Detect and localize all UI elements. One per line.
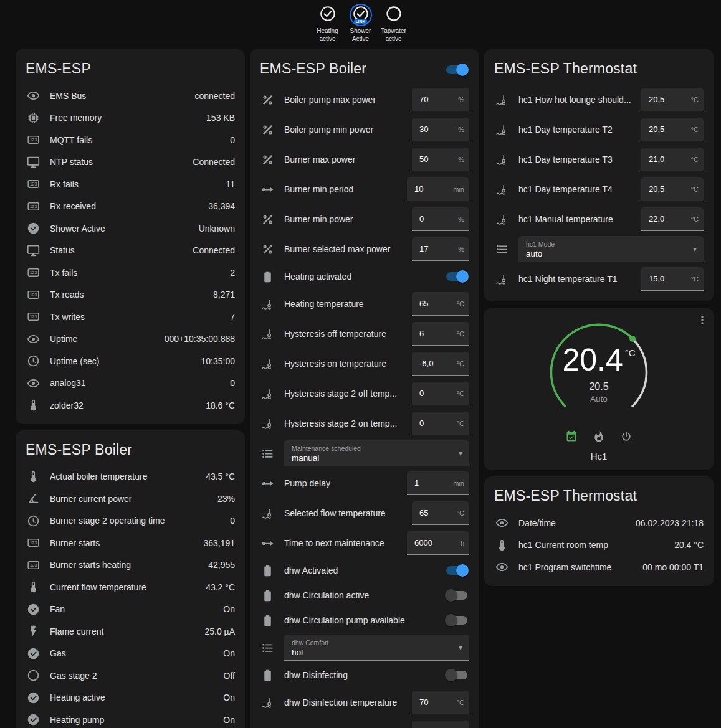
entity-row-rx-fails[interactable]: 123Rx fails11 xyxy=(26,173,235,196)
number-input-hc1-manual-temperature[interactable]: 22,0°C xyxy=(641,207,704,231)
entity-value: 00 mo 00:00 T1 xyxy=(642,562,704,572)
number-input-hc1-day-temperature-t4[interactable]: 20,5°C xyxy=(641,177,704,201)
entity-row-heating-active[interactable]: Heating activeOn xyxy=(26,687,235,709)
entity-row-gas-stage-2[interactable]: Gas stage 2Off xyxy=(26,664,235,687)
select-maintenance-scheduled[interactable]: Maintenance scheduledmanual▾ xyxy=(284,440,469,466)
number-input-burner-selected-max-power[interactable]: 17% xyxy=(412,237,469,261)
entity-name: Actual boiler temperature xyxy=(50,471,196,481)
select-hc1-mode[interactable]: hc1 Modeauto▾ xyxy=(518,236,704,262)
toggle-dhw-activated[interactable] xyxy=(446,566,467,575)
entity-name: dhw Disinfection temperature xyxy=(284,697,403,707)
entity-row-gas[interactable]: GasOn xyxy=(26,643,235,665)
entity-name: hc1 Manual temperature xyxy=(518,214,632,224)
entity-row-burner-starts[interactable]: 123Burner starts363,191 xyxy=(26,532,235,554)
entity-name: hc1 Night temperature T1 xyxy=(518,274,632,284)
entity-row-tx-fails[interactable]: 123Tx fails2 xyxy=(26,262,235,284)
entity-value: On xyxy=(223,693,235,702)
mode-calendar-check-button[interactable] xyxy=(565,430,578,445)
number-input-hysteresis-on-temperature[interactable]: -6,0°C xyxy=(412,352,469,376)
number-input-hc1-night-temperature-t1[interactable]: 15,0°C xyxy=(641,267,704,291)
number-unit: min xyxy=(453,186,464,193)
mode-fire-button[interactable] xyxy=(593,430,605,445)
number-input-hc1-day-temperature-t2[interactable]: 20,5°C xyxy=(641,118,704,141)
number-input-hc1-how-hot-lounge-should[interactable]: 20,5°C xyxy=(641,88,704,111)
toggle-heating-activated[interactable] xyxy=(446,272,467,281)
counter-icon: 123 xyxy=(26,557,41,572)
number-input-boiler-pump-min-power[interactable]: 30% xyxy=(412,118,469,141)
card-title: EMS-ESP Boiler xyxy=(260,54,366,85)
number-input-burner-min-period[interactable]: 10min xyxy=(407,177,469,201)
entity-row-burner-current-power[interactable]: Burner current power23% xyxy=(26,488,235,510)
entity-row-hc1-program-switchtime[interactable]: hc1 Program switchtime00 mo 00:00 T1 xyxy=(494,556,704,579)
more-options-icon[interactable] xyxy=(696,314,709,329)
entity-name: Tx reads xyxy=(50,290,204,300)
entity-name: Heating pump xyxy=(50,715,214,725)
entity-name: Gas xyxy=(50,648,214,658)
number-input-hysteresis-stage-2-off-temp[interactable]: 0°C xyxy=(412,382,469,405)
entity-row-hc1-current-room-temp[interactable]: hc1 Current room temp20.4 °C xyxy=(494,534,704,557)
counter-icon: 123 xyxy=(26,536,41,551)
entity-row-fan[interactable]: FanOn xyxy=(26,598,235,621)
entity-name: hc1 Day temperature T2 xyxy=(518,125,632,135)
entity-row-burner-stage-2-operating-time[interactable]: Burner stage 2 operating time0 xyxy=(26,510,235,532)
entity-row-rx-received[interactable]: 123Rx received36,394 xyxy=(26,196,235,218)
entity-row-status[interactable]: StatusConnected xyxy=(26,240,235,262)
number-input-boiler-pump-max-power[interactable]: 70% xyxy=(412,88,469,111)
entity-row-tx-writes[interactable]: 123Tx writes7 xyxy=(26,306,235,328)
glance-item-shower-active[interactable]: LINKShowerActive xyxy=(346,5,376,43)
entity-row-analog31[interactable]: analog310 xyxy=(26,372,235,395)
entity-row-flame-current[interactable]: Flame current25.0 µA xyxy=(26,620,235,643)
boiler-enabled-toggle[interactable] xyxy=(446,65,467,74)
eye-icon xyxy=(26,88,41,103)
entity-row-actual-boiler-temperature[interactable]: Actual boiler temperature43.5 °C xyxy=(26,466,235,488)
entity-name: Selected flow temperature xyxy=(284,508,403,518)
entity-row-ems-bus[interactable]: EMS Busconnected xyxy=(26,85,235,107)
thermostat-dial[interactable]: 20.4°C 20.5 Auto xyxy=(543,316,655,428)
entity-row-burner-starts-heating[interactable]: 123Burner starts heating42,955 xyxy=(26,554,235,577)
number-input-burner-min-power[interactable]: 0% xyxy=(412,207,469,231)
number-input-time-to-next-maintenance[interactable]: 6000h xyxy=(407,531,469,555)
number-input-hysteresis-stage-2-on-temp[interactable]: 0°C xyxy=(412,412,469,435)
entity-row-zolder32[interactable]: zolder3218.6 °C xyxy=(26,394,235,417)
select-dhw-comfort[interactable]: dhw Comforthot▾ xyxy=(284,635,469,661)
number-input-dhw-disinfection-temperature[interactable]: 70°C xyxy=(412,691,469,714)
number-input-dhw-flow-temperature-offset[interactable]: 40°C xyxy=(412,721,469,728)
card-title: EMS-ESP Thermostat xyxy=(494,54,704,85)
glance-item-tapwater-active[interactable]: Tapwateractive xyxy=(379,5,409,43)
thermometer-icon xyxy=(26,398,41,413)
glance-item-heating-active[interactable]: Heatingactive xyxy=(313,5,343,43)
number-input-hc1-day-temperature-t3[interactable]: 21,0°C xyxy=(641,148,704,171)
entity-row-hysteresis-stage-2-on-temp: Hysteresis stage 2 on temp...0°C xyxy=(260,409,469,438)
number-input-heating-temperature[interactable]: 65°C xyxy=(412,292,469,316)
network-icon xyxy=(26,154,41,169)
entity-name: Hysteresis stage 2 off temp... xyxy=(284,389,403,399)
number-unit: h xyxy=(461,539,464,547)
chevron-down-icon: ▾ xyxy=(693,245,697,253)
toggle-dhw-circulation-pump-available[interactable] xyxy=(446,616,467,625)
entity-value: 7 xyxy=(230,312,235,322)
entity-name: Shower Active xyxy=(50,224,189,234)
entity-row-ntp-status[interactable]: NTP statusConnected xyxy=(26,151,235,174)
glance-label: ShowerActive xyxy=(350,27,371,43)
entity-row-mqtt-fails[interactable]: 123MQTT fails0 xyxy=(26,129,235,151)
entity-row-current-flow-temperature[interactable]: Current flow temperature43.2 °C xyxy=(26,576,235,598)
number-input-hysteresis-off-temperature[interactable]: 6°C xyxy=(412,322,469,346)
entity-value: 2 xyxy=(230,268,235,278)
entity-rows: Boiler pump max power70%Boiler pump min … xyxy=(260,85,469,728)
entity-row-tx-reads[interactable]: 123Tx reads8,271 xyxy=(26,284,235,306)
number-input-burner-max-power[interactable]: 50% xyxy=(412,148,469,171)
entity-row-heating-pump[interactable]: Heating pumpOn xyxy=(26,709,235,728)
number-input-selected-flow-temperature[interactable]: 65°C xyxy=(412,501,469,525)
entity-row-uptime-sec[interactable]: Uptime (sec)10:35:00 xyxy=(26,350,235,372)
entity-row-shower-active[interactable]: Shower ActiveUnknown xyxy=(26,217,235,240)
entity-row-uptime[interactable]: Uptime000+10:35:00.888 xyxy=(26,328,235,351)
number-input-pump-delay[interactable]: 1min xyxy=(407,471,469,495)
entity-row-free-memory[interactable]: Free memory153 KB xyxy=(26,107,235,130)
thermo-water-icon xyxy=(494,92,509,107)
toggle-dhw-circulation-active[interactable] xyxy=(446,591,467,600)
entity-row-date-time[interactable]: Date/time06.02.2023 21:18 xyxy=(494,512,704,534)
entity-row-dhw-circulation-active: dhw Circulation active xyxy=(260,583,469,608)
toggle-dhw-disinfecting[interactable] xyxy=(446,671,467,679)
mode-power-button[interactable] xyxy=(620,430,633,445)
glance-label-line: Shower xyxy=(350,27,371,35)
